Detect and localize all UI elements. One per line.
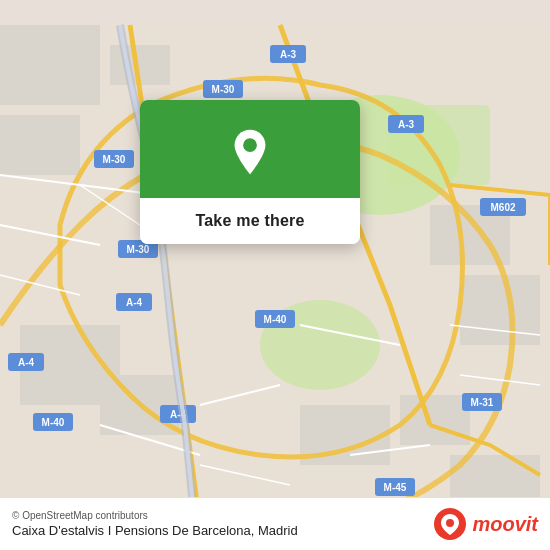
moovit-brand-icon xyxy=(434,508,466,540)
svg-text:M602: M602 xyxy=(490,202,515,213)
svg-rect-8 xyxy=(460,275,540,345)
svg-text:M-30: M-30 xyxy=(212,84,235,95)
map-container: M-30 M-30 M-30 A-3 A-3 A-4 A-4 A-4 M-40 … xyxy=(0,0,550,550)
place-name: Caixa D'estalvis I Pensions De Barcelona… xyxy=(12,523,298,538)
svg-text:A-3: A-3 xyxy=(398,119,415,130)
bottom-left: © OpenStreetMap contributors Caixa D'est… xyxy=(12,510,298,538)
svg-text:M-30: M-30 xyxy=(103,154,126,165)
svg-text:M-40: M-40 xyxy=(264,314,287,325)
bottom-bar: © OpenStreetMap contributors Caixa D'est… xyxy=(0,497,550,550)
svg-text:A-4: A-4 xyxy=(126,297,143,308)
moovit-logo[interactable]: moovit xyxy=(434,508,538,540)
svg-rect-4 xyxy=(0,25,100,105)
svg-point-51 xyxy=(243,138,257,152)
svg-text:M-31: M-31 xyxy=(471,397,494,408)
svg-text:M-45: M-45 xyxy=(384,482,407,493)
svg-rect-12 xyxy=(400,395,470,445)
map-background: M-30 M-30 M-30 A-3 A-3 A-4 A-4 A-4 M-40 … xyxy=(0,0,550,550)
svg-point-53 xyxy=(446,519,454,527)
take-me-there-button[interactable]: Take me there xyxy=(140,198,360,244)
popup-header xyxy=(140,100,360,198)
svg-rect-6 xyxy=(0,115,80,175)
svg-text:M-30: M-30 xyxy=(127,244,150,255)
location-pin-icon xyxy=(226,128,274,176)
svg-text:M-40: M-40 xyxy=(42,417,65,428)
svg-text:A-4: A-4 xyxy=(18,357,35,368)
moovit-brand-text: moovit xyxy=(472,513,538,536)
popup-card: Take me there xyxy=(140,100,360,244)
svg-text:A-3: A-3 xyxy=(280,49,297,60)
attribution-text: © OpenStreetMap contributors xyxy=(12,510,298,521)
